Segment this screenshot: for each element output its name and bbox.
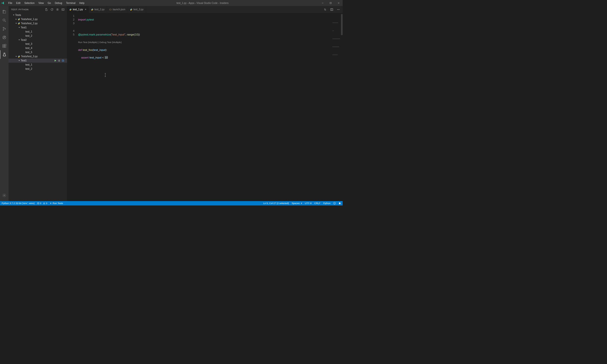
compare-changes-icon[interactable]	[324, 8, 327, 11]
tree-item[interactable]: Test2	[9, 38, 67, 42]
more-actions-icon[interactable]	[337, 8, 340, 11]
svg-point-32	[131, 10, 132, 10]
svg-point-21	[19, 20, 19, 20]
notifications-icon[interactable]	[339, 202, 341, 205]
debug-icon[interactable]	[0, 33, 9, 42]
feedback-icon[interactable]	[333, 202, 336, 205]
run-icon[interactable]	[54, 59, 56, 62]
tree-item-label: Test1	[21, 26, 27, 29]
tree-item[interactable]: test_2	[9, 67, 67, 71]
cursor-position[interactable]: Ln 5, Col 27 (2 selected)	[263, 202, 289, 205]
tree-item[interactable]: Tests/test_1.py	[9, 17, 67, 21]
discover-tests-icon[interactable]	[45, 8, 48, 11]
show-output-icon[interactable]	[61, 8, 64, 11]
code-content[interactable]: import pytest @pytest.mark.parametrize("…	[78, 14, 343, 201]
tab-label: test_3.py	[133, 8, 144, 11]
chevron-down-icon[interactable]	[18, 27, 20, 28]
chevron-down-icon[interactable]	[18, 39, 20, 41]
tree-item-label: test_5	[26, 51, 32, 54]
menu-view[interactable]: View	[37, 0, 46, 6]
refresh-icon[interactable]	[51, 8, 53, 11]
chevron-right-icon[interactable]	[15, 19, 17, 20]
svg-point-45	[44, 204, 44, 204]
menu-help[interactable]: Help	[77, 0, 86, 6]
svg-point-37	[339, 9, 340, 10]
extensions-icon[interactable]	[0, 42, 9, 50]
scrollbar-thumb[interactable]	[341, 14, 343, 35]
debug-icon[interactable]	[58, 59, 60, 62]
tree-item[interactable]: Test1	[9, 26, 67, 30]
search-icon[interactable]	[0, 16, 9, 25]
chevron-down-icon[interactable]	[15, 23, 17, 24]
close-button[interactable]	[335, 0, 343, 6]
minimap[interactable]	[332, 15, 341, 19]
python-file-icon	[18, 22, 20, 25]
tree-item[interactable]: test_4	[9, 46, 67, 50]
svg-rect-14	[4, 46, 6, 48]
code-editor[interactable]: 1 2 3 4 5 import pytest @pytest.mark.par…	[67, 13, 343, 201]
language-mode[interactable]: Python	[323, 202, 330, 205]
tree-item[interactable]: Test1	[9, 58, 67, 63]
explorer-icon[interactable]	[0, 7, 9, 16]
svg-rect-1	[330, 2, 331, 4]
tab-test_1-py[interactable]: test_1.py×	[67, 6, 89, 13]
problems-errors[interactable]: 0 0	[37, 202, 47, 205]
activity-bar	[0, 6, 9, 201]
test-explorer-sidebar: TEST: PYTHON TestsTests/test_1.pyTests/t…	[9, 6, 67, 201]
debug-all-icon[interactable]	[56, 8, 59, 11]
tab-launch-json[interactable]: launch.json	[107, 6, 128, 13]
menu-file[interactable]: File	[6, 0, 14, 6]
tree-item-label: test_3	[26, 43, 32, 46]
tree-item-label: Test2	[21, 39, 27, 41]
minimize-button[interactable]	[319, 0, 327, 6]
test-icon[interactable]	[0, 50, 9, 59]
run-tests-status[interactable]: Run Tests	[50, 202, 63, 205]
split-editor-icon[interactable]	[330, 8, 333, 11]
tree-item-label: Tests/test_1.py	[21, 18, 38, 21]
menu-debug[interactable]: Debug	[53, 0, 64, 6]
tab-test_3-py[interactable]: test_3.py	[128, 6, 146, 13]
sidebar-header: TEST: PYTHON	[9, 6, 67, 13]
test-tree: TestsTests/test_1.pyTests/test_2.pyTest1…	[9, 13, 67, 71]
tree-item[interactable]: Tests/test_3.py	[9, 54, 67, 58]
eol[interactable]: CRLF	[314, 202, 320, 205]
tree-item[interactable]: test_3	[9, 42, 67, 46]
python-interpreter[interactable]: Python 3.7.2 32-bit ('env': venv)	[2, 202, 35, 205]
codelens-debug-test[interactable]: Debug Test (Multiple)	[100, 41, 122, 44]
tab-test_2-py[interactable]: test_2.py	[89, 6, 107, 13]
python-file-icon	[130, 8, 132, 11]
tree-item[interactable]: Tests/test_2.py	[9, 21, 67, 26]
tab-label: test_2.py	[94, 8, 105, 11]
tree-item[interactable]: test_1	[9, 30, 67, 34]
open-file-icon[interactable]	[62, 59, 64, 62]
svg-point-20	[19, 18, 19, 19]
tab-close-icon[interactable]: ×	[85, 8, 86, 11]
menu-terminal[interactable]: Terminal	[64, 0, 77, 6]
svg-point-23	[19, 24, 19, 24]
maximize-button[interactable]	[327, 0, 335, 6]
menu-edit[interactable]: Edit	[14, 0, 22, 6]
svg-point-17	[4, 195, 5, 196]
menu-go[interactable]: Go	[46, 0, 53, 6]
svg-point-28	[71, 10, 71, 10]
tree-item[interactable]: test_2	[9, 34, 67, 38]
source-control-icon[interactable]	[0, 25, 9, 33]
sidebar-title: TEST: PYTHON	[11, 8, 45, 11]
chevron-down-icon[interactable]	[13, 14, 15, 16]
vscode-insiders-icon	[1, 1, 5, 5]
tree-item-label: test_1	[26, 30, 32, 33]
settings-gear-icon[interactable]	[0, 191, 9, 200]
chevron-down-icon[interactable]	[15, 56, 17, 57]
encoding[interactable]: UTF-8	[305, 202, 312, 205]
tree-item[interactable]: test_1	[9, 63, 67, 67]
chevron-down-icon[interactable]	[18, 60, 20, 61]
indentation[interactable]: Spaces: 4	[292, 202, 302, 205]
menu-selection[interactable]: Selection	[22, 0, 37, 6]
tree-item[interactable]: Tests	[9, 13, 67, 17]
svg-point-29	[92, 9, 92, 9]
tree-item[interactable]: test_5	[9, 50, 67, 54]
codelens-run-test[interactable]: Run Test (Multiple)	[78, 41, 98, 44]
tree-item-label: test_2	[26, 34, 32, 37]
svg-point-6	[3, 27, 4, 28]
svg-point-36	[338, 9, 339, 10]
